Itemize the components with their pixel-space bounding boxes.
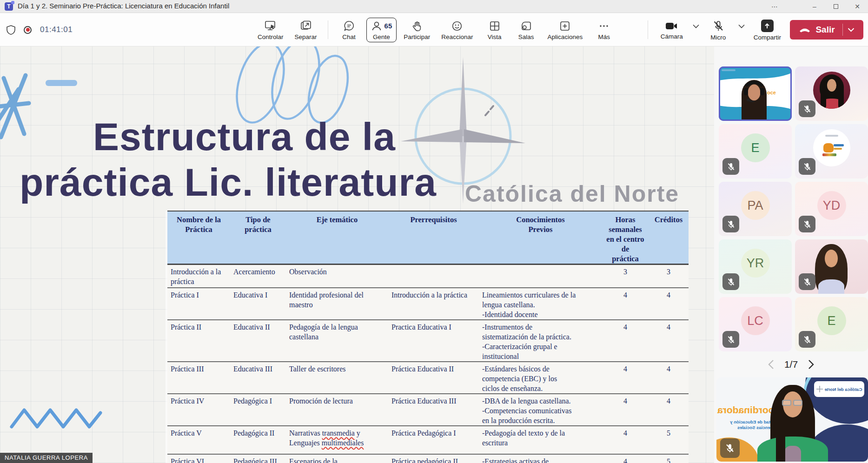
mic-button[interactable]: Micro: [704, 18, 733, 42]
participant-tile[interactable]: PA: [719, 182, 792, 236]
participant-initials: E: [741, 133, 770, 162]
table-cell: Pedagógica I: [230, 394, 286, 426]
presenter-name-tag: NATALIA GUERRA LOPERA: [0, 453, 93, 463]
camera-on-icon: [665, 21, 678, 31]
participant-initials: YD: [817, 191, 846, 220]
participant-initials: YR: [741, 249, 770, 278]
zigzag-doodle: [12, 410, 100, 427]
leave-options-chevron-icon[interactable]: [848, 27, 855, 32]
participant-tile[interactable]: YR: [719, 239, 792, 294]
muted-mic-badge: [799, 158, 815, 175]
apps-button[interactable]: Aplicaciones: [543, 18, 587, 42]
spotlight-hair-strand: [776, 410, 785, 462]
logo-blue-text: [834, 144, 844, 146]
slide-title-line2: práctica Lic. literatura: [20, 160, 437, 205]
table-cell: Pedagógica III: [230, 454, 286, 463]
maximize-icon[interactable]: [825, 0, 847, 13]
add-app-icon: [559, 20, 570, 32]
participant-tile[interactable]: YD: [795, 182, 868, 236]
shared-screen-stage[interactable]: Católica del Norte Estructura de la prác…: [0, 46, 714, 463]
control-button[interactable]: Controlar: [253, 18, 288, 42]
table-cell: Práctica Educativa III: [388, 394, 479, 426]
muted-mic-badge: [722, 158, 739, 175]
table-cell: Práctica V: [167, 426, 230, 454]
close-icon[interactable]: ✕: [847, 0, 868, 13]
table-row: Práctica IEducativa IIdentidad profesion…: [167, 288, 689, 320]
more-button[interactable]: Más: [590, 18, 618, 42]
participant-tile[interactable]: [795, 124, 868, 179]
chat-button[interactable]: Chat: [335, 18, 364, 42]
speaker-video-preview: oce: [719, 66, 792, 121]
table-header-cell: Nombre de laPráctica: [167, 211, 230, 265]
hangup-icon: [799, 27, 811, 33]
spotlight-video-tile[interactable]: Católica del Norte Coordinadora Facultad…: [716, 377, 868, 462]
dash-doodle: [46, 80, 77, 86]
leave-button[interactable]: Salir: [790, 20, 863, 40]
table-cell: -Pedagogía del texto y de laescritura: [479, 426, 602, 454]
participant-tile[interactable]: E: [795, 297, 868, 351]
table-cell: Taller de escritores: [286, 362, 388, 394]
camera-options-chevron-icon[interactable]: [693, 24, 699, 28]
react-button[interactable]: Reaccionar: [437, 18, 477, 42]
table-cell: 4: [602, 394, 649, 426]
table-row: Práctica IIIEducativa IIITaller de escri…: [167, 362, 689, 394]
table-cell: [388, 265, 479, 288]
table-cell: Práctica VI: [167, 454, 230, 463]
mic-options-chevron-icon[interactable]: [738, 24, 745, 28]
view-button[interactable]: Vista: [480, 18, 509, 42]
table-cell: Lineamientos curriculares de lalengua ca…: [479, 288, 602, 320]
logo-text-line: [825, 135, 838, 137]
table-header-cell: Prerrequisitos: [388, 211, 479, 265]
participant-tile[interactable]: E: [719, 124, 792, 179]
muted-mic-badge: [722, 273, 739, 290]
recording-indicator-icon: [24, 26, 32, 34]
titlebar-more-icon[interactable]: ⋯: [764, 0, 785, 13]
avatar-hair-strand: [821, 85, 826, 109]
popout-icon: [300, 20, 311, 32]
participant-count: 65: [384, 22, 392, 30]
participant-tile[interactable]: [795, 66, 868, 121]
table-cell: 3: [602, 265, 649, 288]
table-cell: 4: [649, 362, 689, 394]
participant-tile[interactable]: LC: [719, 297, 792, 351]
practice-table-head-row: Nombre de laPrácticaTipo deprácticaEje t…: [167, 211, 689, 265]
table-header-cell: Eje temático: [286, 211, 388, 265]
table-cell: -DBA de la lengua castellana.-Competenci…: [479, 394, 602, 426]
table-header-cell: Horas semanalesen el centro depráctica: [602, 211, 649, 265]
spotlight-inner-top: [784, 446, 801, 462]
table-cell: 5: [649, 426, 689, 454]
muted-mic-badge: [799, 216, 815, 232]
people-icon: [371, 20, 382, 32]
smiley-icon: [451, 20, 463, 32]
toolbar-divider: [328, 20, 328, 39]
people-button[interactable]: 65 Gente: [366, 18, 397, 42]
teams-logo-icon: T: [5, 2, 13, 11]
spotlight-glasses-left: [782, 400, 791, 406]
popout-button[interactable]: Separar: [291, 18, 321, 42]
toolbar-divider: [648, 20, 648, 39]
muted-mic-badge: [799, 273, 815, 290]
participant-tile-active-speaker[interactable]: oce: [719, 66, 792, 121]
table-cell: -Instrumentos desistematización de la pr…: [479, 320, 602, 362]
window-controls: ⋯ – ✕: [764, 0, 868, 13]
pager-next-icon[interactable]: [808, 359, 814, 370]
meeting-timer: 01:41:01: [40, 25, 73, 34]
table-cell: -Estrategias activas deenseñanza de la l…: [479, 454, 602, 463]
table-cell: 4: [649, 320, 689, 362]
minimize-icon[interactable]: –: [804, 0, 825, 13]
meeting-title: Día 1 y 2. Seminario Pre-Práctica: Licen…: [18, 2, 229, 10]
spotlight-glasses-right: [793, 400, 802, 406]
share-button[interactable]: Compartir: [749, 17, 785, 42]
raised-hand-icon: [411, 20, 423, 32]
meeting-toolbar: 01:41:01 Controlar Separar: [0, 13, 868, 46]
participant-tile[interactable]: [795, 239, 868, 294]
camera-button[interactable]: Cámara: [656, 19, 687, 41]
logo-orange-text: [834, 148, 842, 150]
grid-view-icon: [489, 20, 500, 32]
university-watermark: Católica del Norte: [465, 180, 679, 207]
rooms-button[interactable]: Salas: [512, 18, 541, 42]
table-header-cell: Tipo depráctica: [230, 211, 286, 265]
table-cell: -Estándares básicos decompetencia (EBC) …: [479, 362, 602, 394]
pager-previous-icon[interactable]: [768, 359, 774, 370]
raise-hand-button[interactable]: Participar: [399, 18, 434, 42]
